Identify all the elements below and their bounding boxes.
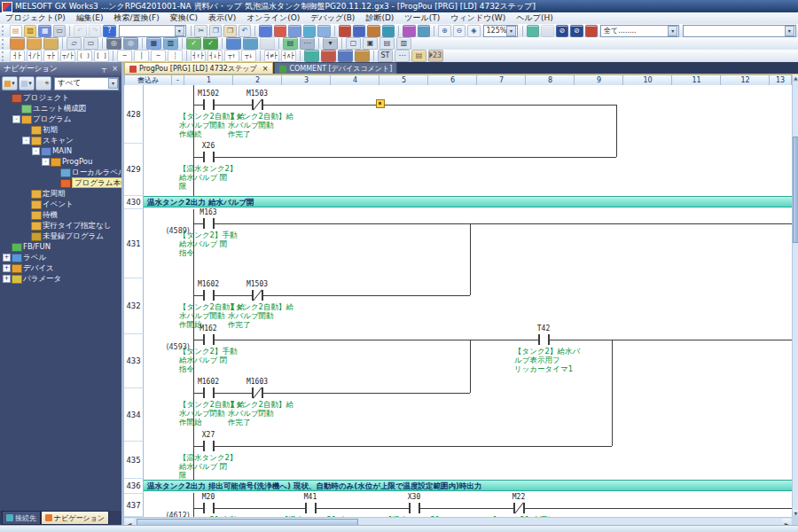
no-contact[interactable] xyxy=(203,441,215,451)
sidebar-item-main-program[interactable]: -MAIN xyxy=(0,145,121,156)
label-setting-icon[interactable] xyxy=(27,37,42,50)
chevron-down-icon[interactable]: ▾ xyxy=(175,26,184,36)
chevron-down-icon[interactable]: ▾ xyxy=(668,26,677,36)
no-contact[interactable] xyxy=(203,218,215,229)
falling-pulse-icon[interactable]: ┤↓├ xyxy=(207,50,223,62)
nc-contact[interactable] xyxy=(252,290,263,301)
sidebar-item-parameter[interactable]: +パラメータ xyxy=(0,273,121,284)
horizontal-line-icon[interactable]: ─ xyxy=(117,50,132,62)
pointer-select-icon[interactable]: ▾ xyxy=(323,37,338,50)
closed-branch-icon[interactable]: ┬/├ xyxy=(60,50,75,62)
menu-item-2[interactable]: 検索/置換(F) xyxy=(108,12,164,24)
paste-icon[interactable]: ❒ xyxy=(223,25,236,37)
close-icon[interactable]: × xyxy=(262,65,269,73)
collapse-icon[interactable]: - xyxy=(12,115,20,123)
no-contact[interactable] xyxy=(203,99,215,110)
plc-diagnostics-icon[interactable] xyxy=(317,25,330,37)
expand-icon[interactable]: + xyxy=(3,254,11,262)
monitor-stop-all-icon[interactable] xyxy=(382,25,395,37)
toolbar-grip[interactable] xyxy=(2,39,6,49)
verify-with-plc-icon[interactable] xyxy=(288,25,301,37)
tree-filter-select[interactable]: すべて ▾ xyxy=(54,77,119,90)
chevron-down-icon[interactable]: ▾ xyxy=(785,26,794,36)
expand-icon[interactable]: + xyxy=(3,275,11,283)
window-layout-2-icon[interactable]: ▣ xyxy=(363,37,378,50)
menu-item-8[interactable]: ツール(T) xyxy=(399,12,445,24)
invert-result-icon[interactable]: ┤≠├ xyxy=(264,50,279,62)
sidebar-item-fixed-scan-program[interactable]: 定周期 xyxy=(0,188,121,199)
find-icon[interactable]: ◎ xyxy=(106,37,121,50)
toolbar-grip[interactable] xyxy=(2,26,6,35)
no-contact[interactable] xyxy=(203,152,215,162)
read-from-plc-icon[interactable] xyxy=(259,25,271,37)
pulse-result-icon[interactable]: ┤∧├ xyxy=(281,50,296,62)
sidebar-item-fb-fun[interactable]: FB/FUN xyxy=(0,241,121,252)
sidebar-item-program-body[interactable]: プログラム本体 xyxy=(0,177,121,188)
chevron-down-icon[interactable]: ▾ xyxy=(506,26,515,36)
device-search-combo[interactable]: ▾ xyxy=(683,25,796,37)
sidebar-item-no-execution-type[interactable]: 実行タイプ指定なし xyxy=(0,220,121,231)
save-project-icon[interactable]: ▦ xyxy=(38,25,51,37)
menu-item-7[interactable]: 診断(D) xyxy=(360,12,399,24)
ladder-editor-canvas[interactable]: 428429430431432433434435436437温水タンク2出力 給… xyxy=(124,85,792,517)
vertical-scrollbar[interactable]: ▲ ▼ xyxy=(792,74,798,517)
close-icon[interactable]: × xyxy=(110,64,120,74)
note-edit-icon[interactable]: �235 xyxy=(428,50,443,62)
no-contact[interactable] xyxy=(203,503,215,513)
device-memory-icon[interactable] xyxy=(43,37,59,50)
nc-contact[interactable] xyxy=(513,503,525,513)
convert-all-icon[interactable]: ✓ xyxy=(203,37,218,50)
menu-item-5[interactable]: オンライン(O) xyxy=(241,12,305,24)
closed-contact-icon[interactable]: ┤/├ xyxy=(27,50,42,62)
rising-pulse-icon[interactable]: ┤↑├ xyxy=(191,50,206,62)
menu-item-3[interactable]: 変換(C) xyxy=(165,12,203,24)
sidebar-item-program[interactable]: -プログラム xyxy=(0,113,121,124)
inline-st-icon[interactable]: ST xyxy=(378,50,393,62)
no-contact[interactable] xyxy=(409,503,420,513)
statement-edit-icon[interactable]: ⋯ xyxy=(300,37,315,50)
sidebar-item-device[interactable]: +デバイス xyxy=(0,262,121,273)
comment-display-icon[interactable] xyxy=(527,25,539,37)
transfer-setup-icon[interactable] xyxy=(585,25,598,37)
menu-item-6[interactable]: デバッグ(B) xyxy=(305,12,360,24)
parameter-icon[interactable] xyxy=(10,37,25,50)
sidebar-item-standby-program[interactable]: 待機 xyxy=(0,209,121,220)
keyword-search-combo[interactable]: ▾ xyxy=(119,25,186,37)
window-layout-1-icon[interactable]: ▢ xyxy=(346,37,361,50)
zoom-fit-icon[interactable]: ◈ xyxy=(467,25,480,37)
chevron-down-icon[interactable]: ▾ xyxy=(108,78,118,89)
rising-pulse-branch-icon[interactable]: ┬↑ xyxy=(224,50,239,62)
convert-icon[interactable]: ✓ xyxy=(186,37,201,50)
nc-contact[interactable] xyxy=(252,387,263,398)
no-contact[interactable] xyxy=(538,334,550,345)
collapse-icon[interactable]: - xyxy=(42,158,50,166)
menu-item-9[interactable]: ウィンドウ(W) xyxy=(445,12,511,24)
delete-horizontal-line-icon[interactable]: ╌ xyxy=(151,50,166,62)
sidebar-item-project[interactable]: プロジェクト xyxy=(0,92,121,103)
device-display-icon[interactable]: ⊘ xyxy=(570,25,583,37)
menu-item-10[interactable]: ヘルプ(H) xyxy=(511,12,558,24)
zoom-out-icon[interactable]: ⊖ xyxy=(453,25,466,37)
comment-target-combo[interactable]: 全て........▾ xyxy=(600,25,679,37)
cross-reference-icon[interactable]: ▦ xyxy=(146,37,161,50)
read-mode-icon[interactable] xyxy=(321,50,336,62)
monitor-read-mode-icon[interactable] xyxy=(338,50,353,62)
delete-vertical-line-icon[interactable]: ┊ xyxy=(168,50,183,62)
remote-operation-icon[interactable] xyxy=(303,25,316,37)
dock-tab-navigation[interactable]: ナビゲーション xyxy=(41,511,109,525)
no-contact[interactable] xyxy=(203,290,215,301)
collapse-icon[interactable]: - xyxy=(32,147,40,155)
print-icon[interactable]: ▭ xyxy=(53,25,66,37)
scroll-down-icon[interactable]: ▼ xyxy=(793,510,798,517)
vertical-scroll-thumb[interactable] xyxy=(793,137,798,243)
buffer-memory-monitor-icon[interactable] xyxy=(403,25,415,37)
sidebar-item-label[interactable]: +ラベル xyxy=(0,252,121,262)
expand-icon[interactable]: + xyxy=(3,264,11,272)
note-display-icon[interactable]: ⊘ xyxy=(556,25,568,37)
copy-icon[interactable]: ❐ xyxy=(209,25,222,37)
monitor-start-all-icon[interactable] xyxy=(367,25,379,37)
menu-item-1[interactable]: 編集(E) xyxy=(71,12,109,24)
new-project-icon[interactable]: ▤ xyxy=(10,25,22,37)
sidebar-item-scan-program[interactable]: -スキャン xyxy=(0,135,121,145)
undo-edit-icon[interactable]: ↶ xyxy=(239,25,251,37)
